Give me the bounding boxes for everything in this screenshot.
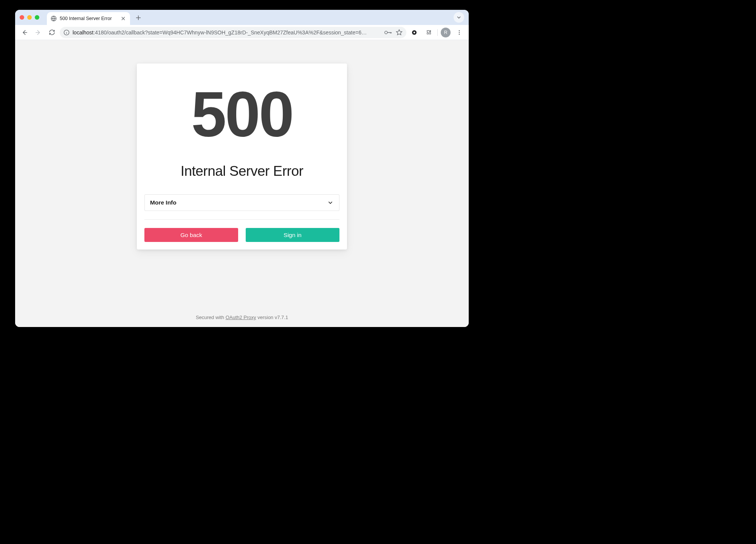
reload-button[interactable] bbox=[46, 27, 57, 38]
address-bar[interactable]: localhost:4180/oauth2/callback?state=Wq9… bbox=[60, 27, 406, 38]
svg-point-6 bbox=[459, 32, 460, 33]
page-content: 500 Internal Server Error More Info Go b… bbox=[15, 40, 469, 327]
chevron-down-icon bbox=[327, 199, 334, 206]
tab-bar: 500 Internal Server Error bbox=[15, 10, 469, 25]
site-info-icon[interactable] bbox=[64, 29, 70, 36]
extensions-puzzle-icon[interactable] bbox=[423, 27, 434, 38]
bookmark-star-icon[interactable] bbox=[396, 29, 403, 36]
svg-point-2 bbox=[385, 31, 387, 34]
divider bbox=[144, 219, 339, 220]
go-back-button[interactable]: Go back bbox=[144, 228, 238, 242]
svg-point-4 bbox=[414, 31, 415, 33]
forward-button[interactable] bbox=[33, 27, 44, 38]
footer-suffix: version v7.7.1 bbox=[256, 315, 288, 320]
close-window-button[interactable] bbox=[20, 15, 24, 20]
error-card: 500 Internal Server Error More Info Go b… bbox=[137, 64, 347, 250]
sign-in-button[interactable]: Sign in bbox=[246, 228, 339, 242]
password-key-icon[interactable] bbox=[384, 30, 392, 35]
svg-point-7 bbox=[459, 34, 460, 35]
toolbar-divider bbox=[437, 29, 438, 36]
kebab-menu-icon[interactable] bbox=[454, 27, 465, 38]
profile-avatar[interactable]: R bbox=[441, 28, 451, 37]
minimize-window-button[interactable] bbox=[27, 15, 32, 20]
footer: Secured with OAuth2 Proxy version v7.7.1 bbox=[15, 315, 469, 320]
new-tab-button[interactable] bbox=[133, 12, 144, 23]
svg-point-5 bbox=[459, 30, 460, 31]
globe-icon bbox=[51, 15, 57, 22]
maximize-window-button[interactable] bbox=[35, 15, 39, 20]
error-title: Internal Server Error bbox=[144, 163, 339, 179]
footer-link[interactable]: OAuth2 Proxy bbox=[226, 315, 256, 320]
toolbar-right: R bbox=[409, 27, 465, 38]
window-controls bbox=[18, 15, 42, 20]
toolbar: localhost:4180/oauth2/callback?state=Wq9… bbox=[15, 25, 469, 40]
more-info-toggle[interactable]: More Info bbox=[144, 194, 339, 211]
button-row: Go back Sign in bbox=[144, 228, 339, 242]
extension-icon[interactable] bbox=[409, 27, 420, 38]
url-path: :4180/oauth2/callback?state=Wq94HC7Whnyw… bbox=[93, 29, 367, 36]
url-host: localhost bbox=[73, 29, 93, 36]
tab-search-button[interactable] bbox=[454, 12, 464, 23]
error-code: 500 bbox=[144, 82, 339, 146]
tab-title: 500 Internal Server Error bbox=[60, 16, 117, 21]
back-button[interactable] bbox=[19, 27, 30, 38]
browser-tab[interactable]: 500 Internal Server Error bbox=[47, 12, 130, 25]
footer-prefix: Secured with bbox=[196, 315, 226, 320]
avatar-letter: R bbox=[444, 30, 448, 35]
browser-window: 500 Internal Server Error localhos bbox=[15, 10, 469, 327]
url-text: localhost:4180/oauth2/callback?state=Wq9… bbox=[73, 29, 381, 36]
close-tab-button[interactable] bbox=[120, 15, 126, 22]
address-actions bbox=[384, 29, 403, 36]
more-info-label: More Info bbox=[150, 199, 177, 206]
